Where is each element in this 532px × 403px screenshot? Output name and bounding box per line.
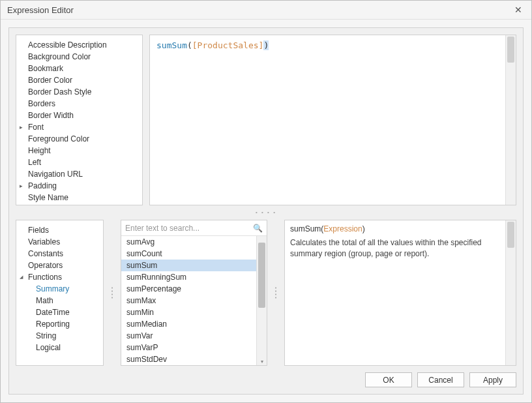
property-item[interactable]: Height — [16, 145, 142, 157]
property-item[interactable]: Style Name — [16, 192, 142, 203]
function-item[interactable]: sumMedian — [121, 318, 267, 330]
property-label: Left — [28, 157, 41, 168]
category-item[interactable]: Operators — [16, 260, 103, 271]
expression-token: sumSum — [156, 40, 187, 50]
category-item[interactable]: Math — [16, 295, 103, 306]
property-label: Style Name — [28, 192, 68, 203]
property-item[interactable]: Navigation URL — [16, 168, 142, 180]
scrollbar-thumb[interactable] — [258, 243, 265, 308]
sig-arg: Expression — [323, 224, 362, 233]
function-item[interactable]: sumVarP — [121, 342, 267, 353]
property-label: Height — [28, 145, 51, 157]
property-item[interactable]: Border Width — [16, 110, 142, 121]
properties-list[interactable]: Accessible DescriptionBackground ColorBo… — [16, 35, 143, 205]
collapse-icon[interactable]: ◢ — [20, 271, 26, 283]
property-label: Background Color — [28, 51, 91, 63]
cancel-button[interactable]: Cancel — [417, 372, 464, 387]
scrollbar-thumb[interactable] — [507, 222, 514, 248]
scrollbar-thumb[interactable] — [507, 37, 514, 63]
splitter-v1[interactable]: • • • • — [110, 220, 114, 366]
function-item[interactable]: sumCount — [121, 248, 267, 260]
category-item[interactable]: ◢Functions — [16, 271, 103, 283]
property-item[interactable]: Foreground Color — [16, 133, 142, 145]
titlebar: Expression Editor ✕ — [1, 1, 531, 20]
expand-icon[interactable]: ▸ — [20, 121, 26, 133]
category-label: String — [36, 331, 56, 340]
category-item[interactable]: Variables — [16, 236, 103, 248]
category-label: Functions — [28, 273, 62, 282]
property-item[interactable]: Tag — [16, 203, 142, 205]
category-label: Variables — [28, 237, 60, 246]
function-item[interactable]: sumSum — [121, 260, 267, 271]
property-item[interactable]: ▸Font — [16, 121, 142, 133]
category-label: Summary — [36, 284, 69, 293]
property-item[interactable]: Background Color — [16, 51, 142, 63]
button-row: OK Cancel Apply — [16, 371, 516, 387]
search-icon[interactable]: 🔍 — [253, 224, 263, 233]
property-item[interactable]: ▸Padding — [16, 180, 142, 192]
expression-editor-pane[interactable]: sumSum([ProductSales]) — [149, 35, 516, 205]
apply-button[interactable]: Apply — [469, 372, 516, 387]
category-item[interactable]: DateTime — [16, 306, 103, 318]
window-title: Expression Editor — [7, 5, 512, 15]
top-row: Accessible DescriptionBackground ColorBo… — [16, 35, 516, 205]
bottom-row: FieldsVariablesConstantsOperators◢Functi… — [16, 220, 516, 366]
expand-icon[interactable]: ▸ — [20, 180, 26, 192]
category-label: DateTime — [36, 308, 70, 317]
ok-button[interactable]: OK — [365, 372, 412, 387]
property-item[interactable]: Borders — [16, 98, 142, 110]
category-item[interactable]: Logical — [16, 342, 103, 353]
category-label: Constants — [28, 249, 63, 258]
function-item[interactable]: sumVar — [121, 330, 267, 342]
property-item[interactable]: Border Dash Style — [16, 86, 142, 98]
function-item[interactable]: sumRunningSum — [121, 271, 267, 283]
function-item[interactable]: sumStdDev — [121, 353, 267, 365]
sig-close: ) — [362, 224, 365, 233]
category-item[interactable]: Summary — [16, 283, 103, 295]
property-item[interactable]: Border Color — [16, 74, 142, 86]
expression-editor-window: Expression Editor ✕ Accessible Descripti… — [0, 0, 532, 403]
category-item[interactable]: Reporting — [16, 318, 103, 330]
function-signature: sumSum(Expression) — [290, 224, 510, 233]
scroll-down-icon[interactable]: ▾ — [257, 357, 267, 365]
search-input[interactable] — [125, 224, 253, 233]
property-label: Borders — [28, 98, 55, 110]
splitter-h[interactable]: • • • • — [16, 211, 516, 215]
property-label: Border Color — [28, 74, 72, 86]
property-label: Padding — [28, 180, 57, 192]
category-item[interactable]: Constants — [16, 248, 103, 260]
expression-text[interactable]: sumSum([ProductSales]) — [150, 35, 516, 55]
category-item[interactable]: Fields — [16, 224, 103, 236]
close-button[interactable]: ✕ — [512, 3, 525, 16]
categories-list[interactable]: FieldsVariablesConstantsOperators◢Functi… — [16, 220, 104, 366]
function-description: Calculates the total of all the values w… — [290, 237, 510, 260]
property-item[interactable]: Accessible Description — [16, 39, 142, 51]
functions-list[interactable]: sumAvgsumCountsumSumsumRunningSumsumPerc… — [121, 236, 267, 365]
functions-scrollbar[interactable]: ▾ — [256, 236, 267, 365]
search-row: 🔍 — [121, 220, 267, 236]
property-label: Border Dash Style — [28, 86, 91, 98]
expression-token: ) — [263, 40, 269, 50]
function-item[interactable]: sumMin — [121, 306, 267, 318]
category-item[interactable]: String — [16, 330, 103, 342]
property-item[interactable]: Bookmark — [16, 63, 142, 74]
function-item[interactable]: sumMax — [121, 295, 267, 306]
category-label: Math — [36, 296, 53, 305]
function-item[interactable]: sumAvg — [121, 236, 267, 248]
category-label: Operators — [28, 261, 63, 270]
property-label: Navigation URL — [28, 168, 83, 180]
description-scrollbar[interactable] — [505, 220, 516, 365]
description-pane: sumSum(Expression) Calculates the total … — [284, 220, 516, 366]
property-label: Foreground Color — [28, 133, 89, 145]
main-panel: Accessible DescriptionBackground ColorBo… — [8, 27, 524, 395]
editor-scrollbar[interactable] — [505, 35, 516, 205]
property-label: Font — [28, 121, 44, 133]
expression-token: ( — [187, 40, 192, 50]
splitter-v2[interactable]: • • • • — [274, 220, 278, 366]
expression-token: [ProductSales] — [192, 40, 264, 50]
property-item[interactable]: Left — [16, 157, 142, 168]
property-label: Accessible Description — [28, 39, 107, 51]
category-label: Reporting — [36, 320, 70, 329]
function-item[interactable]: sumPercentage — [121, 283, 267, 295]
functions-pane: 🔍 sumAvgsumCountsumSumsumRunningSumsumPe… — [121, 220, 267, 366]
